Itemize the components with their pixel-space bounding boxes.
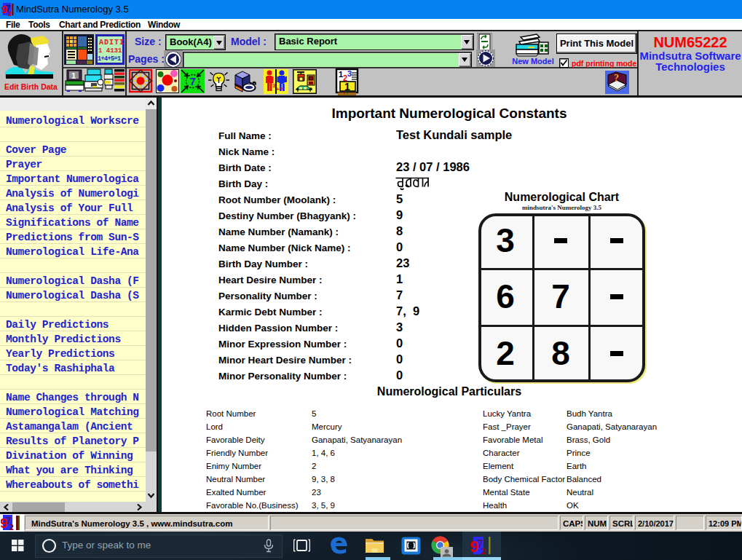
svg-text:1+4+5=1: 1+4+5=1 [98,55,121,63]
svg-text:7: 7 [190,75,196,87]
svg-text:1: 1 [344,81,350,92]
svg-text:3: 3 [347,69,352,78]
svg-text:1 4131: 1 4131 [98,47,122,55]
svg-text:ADITI: ADITI [99,39,125,47]
svg-text:+?: +? [276,86,283,92]
svg-text:2: 2 [9,522,14,531]
svg-text:?: ? [614,73,619,84]
svg-text:1: 1 [71,71,76,80]
svg-text:2: 2 [481,545,486,556]
svg-text:2: 2 [8,10,12,17]
